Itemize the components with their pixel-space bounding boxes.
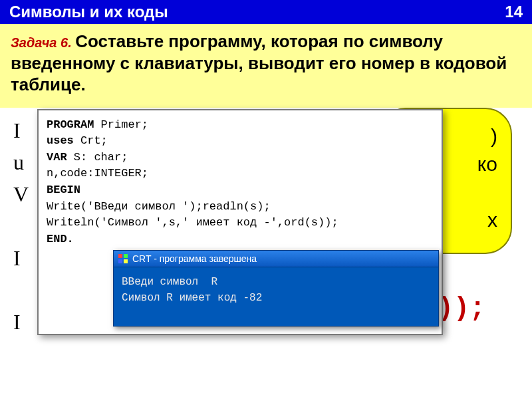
console-output: ВВеди символ R Символ R имеет код -82 (114, 267, 438, 326)
code-line: END. (47, 231, 434, 248)
keyword: BEGIN (47, 184, 80, 196)
keyword: PROGRAM (47, 118, 94, 131)
background-letters: I u V I I (13, 114, 29, 338)
console-title-text: CRT - программа завершена (132, 253, 257, 264)
task-box: Задача 6. Составьте программу, которая п… (0, 24, 532, 108)
code-line: VAR S: char; (47, 150, 434, 166)
svg-rect-0 (118, 254, 122, 258)
keyword: uses (47, 134, 74, 147)
code-line: Write('ВВеди символ ');readln(s); (47, 199, 434, 215)
console-titlebar: CRT - программа завершена (114, 251, 438, 267)
content-area: I u V I I ) ко х )); PROGRAM Primer; use… (0, 108, 532, 394)
code-line: Writeln('Символ ',s,' имеет код -',ord(s… (47, 215, 434, 231)
console-line: ВВеди символ R (122, 276, 217, 288)
header-title: Символы и их коды (9, 3, 168, 21)
code-text: Primer; (94, 118, 148, 131)
code-line: n,code:INTEGER; (47, 166, 434, 182)
svg-rect-1 (124, 254, 128, 258)
svg-rect-2 (118, 259, 122, 263)
app-icon (118, 253, 128, 264)
task-label: Задача 6. (11, 35, 75, 50)
keyword: END. (47, 233, 74, 245)
background-paren: )); (438, 294, 485, 324)
slide-header: Символы и их коды 14 (0, 0, 532, 24)
console-line: Символ R имеет код -82 (122, 292, 262, 304)
svg-rect-3 (124, 259, 128, 263)
code-text: Crt; (74, 134, 108, 147)
code-line: BEGIN (47, 182, 434, 199)
code-text: S: char; (67, 151, 128, 164)
task-text: Составьте программу, которая по символу … (11, 31, 507, 94)
page-number: 14 (505, 3, 523, 21)
console-window: CRT - программа завершена ВВеди символ R… (113, 250, 439, 327)
keyword: VAR (47, 151, 67, 164)
code-line: PROGRAM Primer; (47, 117, 434, 134)
code-line: uses Crt; (47, 133, 434, 150)
